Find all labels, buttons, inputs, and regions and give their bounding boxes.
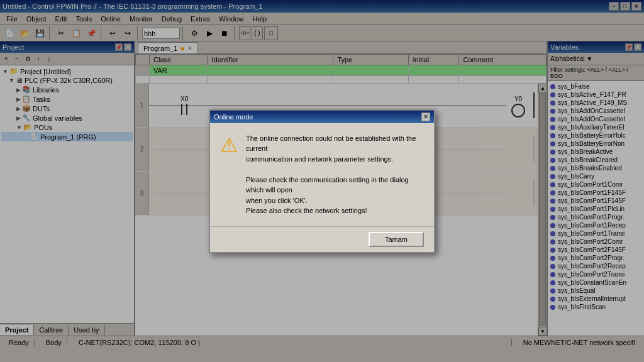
dialog-body: ⚠ The online connection could not be est… <box>210 123 434 226</box>
dialog-line1: The online connection could not be estab… <box>246 134 416 153</box>
dialog-titlebar: Online mode ✕ <box>210 111 434 123</box>
dialog-message: The online connection could not be estab… <box>246 133 424 216</box>
dialog-line2: communication and network parameter sett… <box>246 155 393 163</box>
dialog-title: Online mode <box>214 113 253 121</box>
warning-icon: ⚠ <box>220 133 238 216</box>
dialog: Online mode ✕ ⚠ The online connection co… <box>209 109 435 253</box>
dialog-overlay: Online mode ✕ ⚠ The online connection co… <box>0 0 644 362</box>
dialog-line6: Please also check the network settings! <box>246 207 367 214</box>
dialog-line5: when you click 'OK'. <box>246 197 308 204</box>
dialog-footer: Tamam <box>210 226 434 252</box>
dialog-line4: Please check the communication setting i… <box>246 176 409 194</box>
dialog-ok-button[interactable]: Tamam <box>369 232 424 247</box>
dialog-close-btn[interactable]: ✕ <box>421 112 430 121</box>
